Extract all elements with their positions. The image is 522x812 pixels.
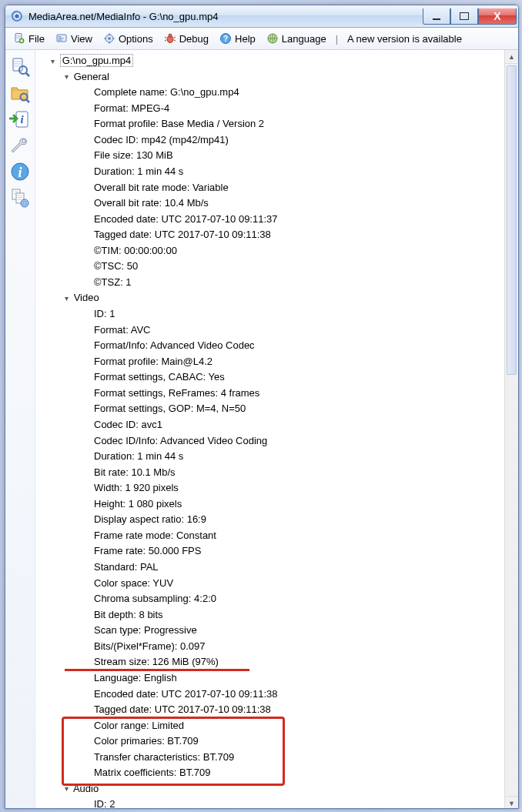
maximize-button[interactable] <box>450 8 478 25</box>
tree-item[interactable]: Codec ID: mp42 (mp42/mp41) <box>38 132 504 149</box>
tree-item[interactable]: Format: MPEG-4 <box>38 101 504 117</box>
tree-item-label: Display aspect ratio: 16:9 <box>94 513 206 525</box>
menu-file[interactable]: File <box>8 31 49 46</box>
tree-item[interactable]: Bits/(Pixel*Frame): 0.097 <box>38 639 504 655</box>
titlebar[interactable]: MediaArea.net/MediaInfo - G:\no_gpu.mp4 … <box>5 5 518 28</box>
sidebar-info-icon[interactable]: i <box>8 159 32 184</box>
tree-item[interactable]: Encoded date: UTC 2017-07-10 09:11:37 <box>38 212 504 228</box>
tree-item[interactable]: Bit depth: 8 bits <box>38 607 504 623</box>
menu-options-label: Options <box>119 33 153 45</box>
menu-language-label: Language <box>282 33 326 45</box>
tree-item[interactable]: Duration: 1 min 44 s <box>38 449 504 465</box>
tree-item[interactable]: Height: 1 080 pixels <box>38 496 504 513</box>
tree-item[interactable]: Format settings, GOP: M=4, N=50 <box>38 401 504 417</box>
expander-icon[interactable] <box>48 54 57 69</box>
tree-item-label: ID: 2 <box>94 798 115 809</box>
tree-item[interactable]: Complete name: G:\no_gpu.mp4 <box>38 85 504 101</box>
close-button[interactable]: X <box>478 8 517 25</box>
scroll-thumb[interactable] <box>507 65 517 375</box>
tree-section-video[interactable]: Video <box>38 290 504 306</box>
menu-language[interactable]: Language <box>262 31 331 46</box>
tree-item-label: Overall bit rate mode: Variable <box>94 182 229 193</box>
tree-item[interactable]: Bit rate: 10.1 Mb/s <box>38 465 504 481</box>
tree-item[interactable]: Format settings, ReFrames: 4 frames <box>38 386 504 402</box>
vertical-scrollbar[interactable]: ▲ ▼ <box>504 50 518 809</box>
new-version-link[interactable]: A new version is available <box>343 32 467 46</box>
tree-item[interactable]: Format profile: Main@L4.2 <box>38 354 504 370</box>
tree-item[interactable]: Chroma subsampling: 4:2:0 <box>38 591 504 607</box>
menu-help-label: Help <box>235 33 256 45</box>
tree-item[interactable]: Color space: YUV <box>38 576 504 592</box>
tree-item[interactable]: ©TIM: 00:00:00:00 <box>38 243 504 259</box>
menu-debug[interactable]: Debug <box>159 31 213 46</box>
tree-item[interactable]: Display aspect ratio: 16:9 <box>38 512 504 528</box>
tree-item-label: Bit rate: 10.1 Mb/s <box>94 466 176 478</box>
menu-options[interactable]: Options <box>99 31 158 46</box>
tree-item[interactable]: ID: 1 <box>38 306 504 322</box>
tree-item[interactable]: ©TSZ: 1 <box>38 275 504 291</box>
tree-item-label: Standard: PAL <box>94 561 159 573</box>
tree-item[interactable]: Overall bit rate: 10.4 Mb/s <box>38 195 504 212</box>
svg-point-1 <box>15 15 19 18</box>
tree-item-label: Duration: 1 min 44 s <box>94 165 183 177</box>
window-title: MediaArea.net/MediaInfo - G:\no_gpu.mp4 <box>28 11 423 22</box>
tree-item[interactable]: Format settings, CABAC: Yes <box>38 369 504 386</box>
svg-line-17 <box>165 40 166 41</box>
sidebar-preferences-icon[interactable] <box>8 133 32 158</box>
tree-item[interactable]: Frame rate mode: Constant <box>38 528 504 544</box>
sidebar-folder-search-icon[interactable] <box>8 81 32 105</box>
tree-item[interactable]: Codec ID: avc1 <box>38 417 504 433</box>
tree-item-label: Overall bit rate: 10.4 Mb/s <box>94 197 209 209</box>
tree-item-label: Codec ID: mp42 (mp42/mp41) <box>94 134 229 145</box>
tree-item-label: Chroma subsampling: 4:2:0 <box>94 593 216 604</box>
tree-item-label: Color space: YUV <box>94 577 173 589</box>
tree-item[interactable]: Standard: PAL <box>38 560 504 576</box>
svg-line-16 <box>165 37 166 38</box>
tree-item[interactable]: ID: 2 <box>38 797 504 809</box>
menu-help[interactable]: ? Help <box>215 31 260 46</box>
tree-item[interactable]: Tagged date: UTC 2017-07-10 09:11:38 <box>38 227 504 243</box>
tree-item[interactable]: Width: 1 920 pixels <box>38 480 504 496</box>
file-icon <box>13 32 25 45</box>
sidebar-import-info-icon[interactable]: i <box>8 107 32 132</box>
expander-icon[interactable] <box>62 291 71 306</box>
tree-item[interactable]: Encoded date: UTC 2017-07-10 09:11:38 <box>38 687 504 703</box>
tree-item-label: Frame rate mode: Constant <box>94 530 216 541</box>
tree-item[interactable]: Format/Info: Advanced Video Codec <box>38 338 504 354</box>
tree-item-label: Format: MPEG-4 <box>94 102 169 114</box>
tree-item-label: Bit depth: 8 bits <box>94 609 163 620</box>
tree-item[interactable]: Tagged date: UTC 2017-07-10 09:11:38 <box>38 702 504 718</box>
globe-icon <box>266 32 279 45</box>
tree-item[interactable]: Overall bit rate mode: Variable <box>38 180 504 196</box>
tree-item[interactable]: Codec ID/Info: Advanced Video Coding <box>38 433 504 449</box>
svg-line-18 <box>174 37 176 38</box>
svg-text:i: i <box>18 165 22 180</box>
expander-icon[interactable] <box>62 69 71 85</box>
tree-item-label: Codec ID/Info: Advanced Video Coding <box>94 435 267 446</box>
tree-item[interactable]: Format: AVC <box>38 322 504 339</box>
tree-item[interactable]: File size: 130 MiB <box>38 148 504 164</box>
tree-item[interactable]: Scan type: Progressive <box>38 623 504 639</box>
tree-item[interactable]: Duration: 1 min 44 s <box>38 164 504 180</box>
tree-item-label: Encoded date: UTC 2017-07-10 09:11:37 <box>94 213 278 225</box>
scroll-down-button[interactable]: ▼ <box>505 796 518 809</box>
tree-root-label: G:\no_gpu.mp4 <box>60 54 134 67</box>
tree-item[interactable]: Frame rate: 50.000 FPS <box>38 543 504 560</box>
tree-item-label: Bits/(Pixel*Frame): 0.097 <box>94 640 206 652</box>
tree-root-row[interactable]: G:\no_gpu.mp4 <box>38 53 504 69</box>
sidebar-file-search-icon[interactable] <box>8 55 32 79</box>
svg-point-15 <box>169 34 172 37</box>
tree-item[interactable]: Format profile: Base Media / Version 2 <box>38 116 504 132</box>
tree-item[interactable]: Language: English <box>38 670 504 687</box>
sidebar-export-icon[interactable] <box>8 185 32 210</box>
scroll-up-button[interactable]: ▲ <box>505 50 518 64</box>
main-panel: G:\no_gpu.mp4 General Complete name: G:\… <box>35 50 518 809</box>
menubar: File View Options Debug ? Help <box>5 28 518 50</box>
minimize-button[interactable] <box>423 8 450 25</box>
menu-view[interactable]: View <box>51 31 97 46</box>
tree-item[interactable]: ©TSC: 50 <box>38 259 504 275</box>
tree-section-general[interactable]: General <box>38 69 504 85</box>
tree-item-label: ©TSZ: 1 <box>94 276 132 288</box>
property-tree[interactable]: G:\no_gpu.mp4 General Complete name: G:\… <box>35 50 504 809</box>
tree-item[interactable]: Stream size: 126 MiB (97%) <box>38 654 504 670</box>
